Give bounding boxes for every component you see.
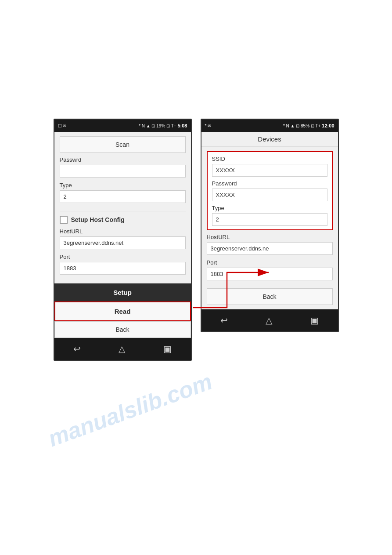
type-label: Type <box>60 182 186 189</box>
port-input[interactable] <box>60 262 186 275</box>
right-type-label: Type <box>212 205 327 211</box>
left-status-right-icons: * N ▲ ⊡ 19% ⊡ T+ <box>139 123 176 128</box>
ssid-input[interactable] <box>212 164 327 177</box>
right-status-bar: * ✉ * N ▲ ⊡ 85% ⊡ T+ 12:00 <box>201 120 338 132</box>
right-password-label: Password <box>212 180 327 187</box>
right-status-time: 12:00 <box>322 123 334 128</box>
host-url-input[interactable] <box>60 236 186 249</box>
nav-home-icon[interactable]: △ <box>119 344 125 354</box>
right-port-label: Port <box>207 259 333 266</box>
left-status-right: * N ▲ ⊡ 19% ⊡ T+ 5:08 <box>139 123 187 128</box>
right-type-input[interactable] <box>212 213 327 226</box>
left-status-bar: ☐ ✉ * N ▲ ⊡ 19% ⊡ T+ 5:08 <box>54 120 191 132</box>
right-nav-back-icon[interactable]: ↩ <box>220 315 228 326</box>
ssid-label: SSID <box>212 156 327 162</box>
setup-host-row: Setup Host Config <box>60 216 186 224</box>
right-port-input[interactable] <box>207 268 333 280</box>
right-status-left-icons: * ✉ <box>205 123 212 128</box>
divider-1 <box>60 211 186 211</box>
left-bottom-nav: ↩ △ ▣ <box>54 338 191 360</box>
password-label: Passwrd <box>60 156 186 163</box>
right-bottom-nav: ↩ △ ▣ <box>201 309 338 331</box>
right-nav-recent-icon[interactable]: ▣ <box>310 315 319 326</box>
devices-red-section: SSID Password Type <box>207 151 333 230</box>
left-phone-screen: ☐ ✉ * N ▲ ⊡ 19% ⊡ T+ 5:08 Scan Passwrd T… <box>54 119 192 361</box>
left-screen-content: Scan Passwrd Type Setup Host Config Host… <box>54 132 191 283</box>
setup-button[interactable]: Setup <box>54 283 191 301</box>
left-status-left-icons: ☐ ✉ <box>58 123 67 128</box>
right-screen-content: SSID Password Type HostURL Port Back <box>201 147 338 309</box>
nav-recent-icon[interactable]: ▣ <box>163 344 172 354</box>
type-input[interactable] <box>60 190 186 203</box>
password-input[interactable] <box>60 165 186 178</box>
left-status-icons: ☐ ✉ <box>58 123 67 128</box>
read-button[interactable]: Read <box>54 301 191 321</box>
host-url-label: HostURL <box>60 228 186 235</box>
devices-title: Devices <box>201 132 338 147</box>
right-back-button[interactable]: Back <box>207 288 333 305</box>
left-status-time: 5:08 <box>177 123 187 128</box>
scan-button[interactable]: Scan <box>60 136 186 153</box>
nav-back-icon[interactable]: ↩ <box>73 344 81 354</box>
right-phone-screen: * ✉ * N ▲ ⊡ 85% ⊡ T+ 12:00 Devices SSID … <box>201 119 339 332</box>
right-nav-home-icon[interactable]: △ <box>266 315 272 326</box>
right-status-right-icons: * N ▲ ⊡ 85% ⊡ T+ <box>283 123 320 128</box>
right-password-input[interactable] <box>212 189 327 201</box>
setup-host-checkbox[interactable] <box>60 216 68 224</box>
right-host-url-input[interactable] <box>207 242 333 255</box>
port-label: Port <box>60 254 186 260</box>
right-host-url-label: HostURL <box>207 234 333 240</box>
right-status-left: * ✉ <box>205 123 212 128</box>
setup-host-label: Setup Host Config <box>71 216 125 223</box>
right-status-right: * N ▲ ⊡ 85% ⊡ T+ 12:00 <box>283 123 334 128</box>
back-button[interactable]: Back <box>54 321 191 338</box>
